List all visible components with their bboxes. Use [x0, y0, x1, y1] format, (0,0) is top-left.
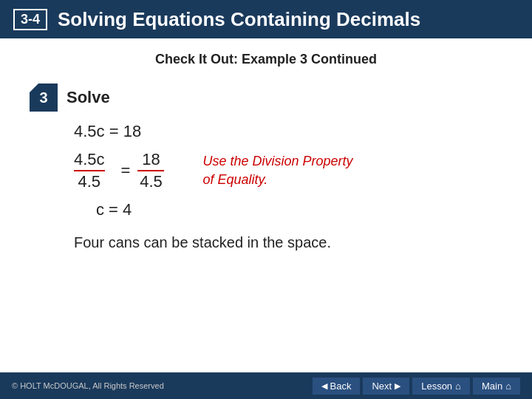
fraction-division-row: 4.5c 4.5 = 18 4.5 Use the Division Prope…: [74, 150, 502, 191]
left-numerator: 4.5c: [74, 150, 105, 171]
lesson-home-icon: ⌂: [455, 381, 461, 392]
main-button[interactable]: Main ⌂: [473, 378, 520, 395]
left-fraction: 4.5c 4.5: [74, 150, 105, 191]
back-label: Back: [330, 381, 352, 392]
explanation-line2: of Equality.: [202, 171, 352, 189]
equals-sign: =: [121, 161, 131, 180]
right-numerator: 18: [137, 150, 164, 171]
step-badge: 3: [30, 83, 58, 112]
back-button[interactable]: ◀ Back: [313, 378, 361, 395]
subtitle: Check It Out: Example 3 Continued: [30, 52, 502, 67]
next-label: Next: [372, 381, 392, 392]
header-title: Solving Equations Containing Decimals: [58, 8, 420, 31]
footer-buttons: ◀ Back Next ▶ Lesson ⌂ Main ⌂: [313, 378, 520, 395]
lesson-label: Lesson: [421, 381, 452, 392]
next-button[interactable]: Next ▶: [363, 378, 409, 395]
main-home-icon: ⌂: [505, 381, 511, 392]
explanation-line1: Use the Division Property: [202, 152, 352, 171]
right-fraction: 18 4.5: [137, 150, 164, 191]
division-explanation: Use the Division Property of Equality.: [202, 152, 352, 189]
result-line: c = 4: [74, 200, 502, 219]
math-block: 4.5c = 18 4.5c 4.5 = 18 4.5 Use the Divi…: [30, 122, 502, 251]
conclusion: Four cans can be stacked in the space.: [74, 234, 502, 251]
footer: © HOLT McDOUGAL, All Rights Reserved ◀ B…: [0, 372, 532, 399]
main-label: Main: [482, 381, 502, 392]
next-arrow-icon: ▶: [395, 381, 400, 391]
equation-line1: 4.5c = 18: [74, 122, 502, 141]
lesson-button[interactable]: Lesson ⌂: [412, 378, 470, 395]
lesson-badge: 3-4: [13, 9, 47, 30]
right-denominator: 4.5: [137, 171, 164, 191]
copyright: © HOLT McDOUGAL, All Rights Reserved: [12, 381, 164, 390]
header: 3-4 Solving Equations Containing Decimal…: [0, 0, 532, 38]
step-number: 3: [39, 89, 47, 106]
main-content: Check It Out: Example 3 Continued 3 Solv…: [0, 38, 532, 259]
left-denominator: 4.5: [76, 171, 103, 191]
back-arrow-icon: ◀: [321, 381, 327, 391]
step-label: Solve: [66, 88, 110, 107]
step-row: 3 Solve: [30, 83, 502, 112]
